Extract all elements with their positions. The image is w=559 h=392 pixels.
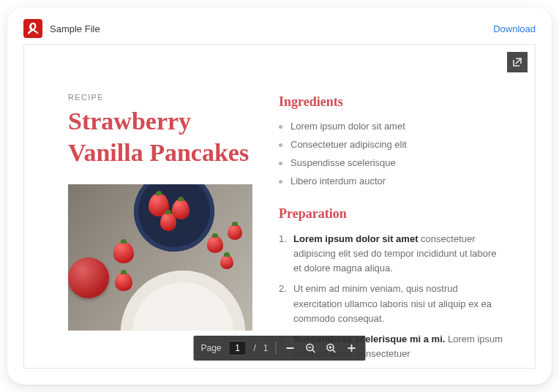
zoom-out-minus-button[interactable] [284,342,297,355]
ingredient-item: Suspendisse scelerisque [279,154,506,172]
page-total: 1 [263,343,269,353]
pdf-icon [23,19,42,38]
open-external-button[interactable] [507,52,528,72]
pdf-toolbar: Page / 1 [193,336,365,361]
preparation-step: Ut enim ad minim veniam, quis nostrud ex… [279,279,506,328]
zoom-out-button[interactable] [304,342,318,355]
plus-icon [347,343,357,353]
ingredient-item: Consectetuer adipiscing elit [279,135,506,154]
ingredients-heading: Ingredients [279,94,506,110]
page-separator: / [254,343,256,353]
app-frame: Sample File Download RECIPE Strawberry V… [7,7,552,385]
header-left: Sample File [23,19,100,38]
recipe-photo [68,184,252,331]
recipe-title: Strawberry Vanilla Pancakes [68,106,252,168]
header: Sample File Download [7,7,552,44]
zoom-in-icon [326,342,337,354]
ingredient-item: Libero interdum auctor [279,172,506,190]
toolbar-divider [276,342,277,355]
ingredients-list: Lorem ipsum dolor sit amet Consectetuer … [279,117,506,190]
right-column: Ingredients Lorem ipsum dolor sit amet C… [279,93,506,353]
pdf-viewer: RECIPE Strawberry Vanilla Pancakes [23,44,536,369]
zoom-in-button[interactable] [325,342,338,355]
page-label: Page [200,343,221,353]
zoom-out-icon [305,342,317,354]
preparation-heading: Preparation [279,206,506,222]
download-link[interactable]: Download [493,23,536,34]
page-input[interactable] [229,341,247,355]
recipe-label: RECIPE [68,93,252,102]
document-page: RECIPE Strawberry Vanilla Pancakes [24,45,535,368]
left-column: RECIPE Strawberry Vanilla Pancakes [68,93,252,353]
file-title: Sample File [50,23,100,34]
open-external-icon [511,56,523,68]
minus-icon [285,343,296,353]
zoom-in-plus-button[interactable] [345,342,359,355]
preparation-step: Lorem ipsum dolor sit amet consectetuer … [279,229,506,279]
ingredient-item: Lorem ipsum dolor sit amet [279,117,506,135]
